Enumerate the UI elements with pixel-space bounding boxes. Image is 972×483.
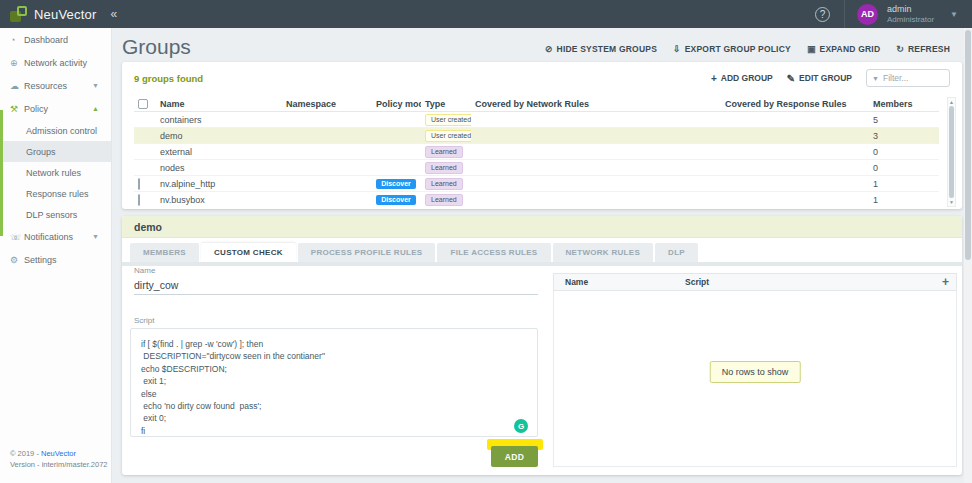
- export-group-policy-button[interactable]: ⇩EXPORT GROUP POLICY: [673, 44, 791, 54]
- table-row[interactable]: externalLearned0: [134, 144, 939, 160]
- main-content: Groups ⊘HIDE SYSTEM GROUPS⇩EXPORT GROUP …: [112, 28, 964, 483]
- scrollbar-thumb[interactable]: [949, 106, 954, 198]
- sidebar-item-notifications[interactable]: ☏Notifications▼: [0, 225, 111, 248]
- wrench-icon: ⚙: [10, 255, 24, 265]
- sidebar-item-label: Policy: [24, 104, 48, 114]
- sidebar-item-label: Notifications: [24, 232, 73, 242]
- tab-file-access-rules[interactable]: FILE ACCESS RULES: [437, 243, 550, 262]
- refresh-icon: ↻: [896, 44, 904, 54]
- groups-table: NameNamespacePolicy modeTypeCovered by N…: [134, 97, 939, 207]
- copyright-line: © 2019 - NeuVector: [10, 449, 108, 460]
- script-textarea[interactable]: [130, 328, 538, 437]
- tab-process-profile-rules[interactable]: PROCESS PROFILE RULES: [298, 243, 436, 262]
- cell-members: 1: [869, 179, 939, 189]
- expand-grid-button[interactable]: ▣EXPAND GRID: [807, 44, 880, 54]
- sidebar-item-settings[interactable]: ⚙Settings: [0, 248, 111, 271]
- sidebar-item-dashboard[interactable]: ◔Dashboard: [0, 28, 111, 51]
- filter-box: ▼: [866, 69, 950, 87]
- plus-icon: +: [711, 73, 717, 84]
- cell-type: User created: [421, 114, 471, 126]
- cell-members: 5: [869, 115, 939, 125]
- cell-name: nv.alpine_http: [156, 179, 282, 189]
- scroll-up-icon[interactable]: ▲: [948, 99, 955, 105]
- add-group-button[interactable]: + ADD GROUP: [711, 73, 773, 84]
- sidebar-collapse-icon[interactable]: «: [111, 7, 118, 21]
- scroll-down-icon[interactable]: ▼: [948, 199, 955, 205]
- filter-icon: ▼: [872, 75, 879, 82]
- sidebar-item-dlp-sensors[interactable]: DLP sensors: [0, 204, 111, 225]
- expand-grid-label: EXPAND GRID: [820, 44, 881, 54]
- sidebar-item-groups[interactable]: Groups: [0, 141, 111, 162]
- refresh-button[interactable]: ↻REFRESH: [896, 44, 950, 54]
- tab-members[interactable]: MEMBERS: [130, 243, 199, 262]
- cell-type: Learned: [421, 162, 471, 174]
- edit-group-button[interactable]: ✎ EDIT GROUP: [787, 73, 852, 84]
- table-row[interactable]: nodesLearned0: [134, 160, 939, 176]
- tab-dlp[interactable]: DLP: [655, 243, 698, 262]
- cell-type: Learned: [421, 146, 471, 158]
- export-group-policy-label: EXPORT GROUP POLICY: [685, 44, 791, 54]
- page-scrollbar-thumb[interactable]: [965, 30, 971, 260]
- filter-input[interactable]: [883, 73, 943, 83]
- detail-tabs: MEMBERSCUSTOM CHECKPROCESS PROFILE RULES…: [130, 243, 698, 262]
- cell-type: Learned: [421, 194, 471, 206]
- row-checkbox[interactable]: [138, 194, 140, 206]
- name-label: Name: [134, 266, 155, 275]
- table-row[interactable]: nv.alpine_httpDiscoverLearned1: [134, 176, 939, 192]
- sidebar: ◔Dashboard⊕Network activity☁Resources▼⚒P…: [0, 28, 112, 483]
- cell-type: Learned: [421, 178, 471, 190]
- cell-policy-mode: Discover: [372, 194, 421, 205]
- policy-mode-badge: Discover: [376, 179, 416, 189]
- add-check-button[interactable]: ADD: [491, 446, 538, 467]
- column-header: Namespace: [282, 99, 372, 109]
- eye-off-icon: ⊘: [545, 44, 553, 54]
- check-name-input[interactable]: [134, 279, 538, 295]
- sidebar-item-admission-control[interactable]: Admission control: [0, 120, 111, 141]
- groups-count: 9 groups found: [134, 73, 203, 84]
- type-badge: Learned: [425, 146, 463, 158]
- sidebar-item-label: Settings: [24, 255, 57, 265]
- scripts-col-script: Script: [685, 277, 709, 287]
- page-scrollbar[interactable]: [964, 28, 972, 483]
- script-label: Script: [134, 316, 154, 325]
- cell-members: 0: [869, 163, 939, 173]
- neuvector-link[interactable]: NeuVector: [41, 449, 76, 458]
- sidebar-item-response-rules[interactable]: Response rules: [0, 183, 111, 204]
- select-all-checkbox[interactable]: [138, 99, 148, 109]
- row-checkbox[interactable]: [138, 178, 140, 190]
- column-header: Name: [156, 99, 282, 109]
- avatar[interactable]: AD: [857, 4, 878, 25]
- table-row[interactable]: demoUser created3: [134, 128, 939, 144]
- cloud-icon: ☁: [10, 81, 24, 91]
- user-menu-caret-icon[interactable]: ▼: [950, 10, 958, 19]
- column-header: Covered by Network Rules: [471, 99, 721, 109]
- table-row[interactable]: nv.busyboxDiscoverLearned1: [134, 192, 939, 207]
- sidebar-item-policy[interactable]: ⚒Policy▲: [0, 97, 111, 120]
- brand-title: NeuVector: [34, 7, 97, 22]
- column-header: Policy mode: [372, 99, 421, 109]
- page-title: Groups: [122, 35, 191, 59]
- grid-toolbar: + ADD GROUP ✎ EDIT GROUP ▼: [711, 69, 950, 87]
- help-icon[interactable]: ?: [815, 7, 830, 22]
- sidebar-item-label: Dashboard: [24, 35, 68, 45]
- grid-scrollbar[interactable]: ▲ ▼: [947, 97, 956, 207]
- grammarly-icon[interactable]: G: [514, 419, 528, 433]
- chevron-icon: ▲: [92, 105, 99, 112]
- cell-policy-mode: Discover: [372, 178, 421, 189]
- sidebar-item-network-rules[interactable]: Network rules: [0, 162, 111, 183]
- topbar-divider: [844, 0, 845, 28]
- hide-system-groups-button[interactable]: ⊘HIDE SYSTEM GROUPS: [545, 44, 657, 54]
- chevron-icon: ▼: [92, 82, 99, 89]
- type-badge: Learned: [425, 178, 463, 190]
- sidebar-item-label: Network activity: [24, 58, 87, 68]
- add-row-icon[interactable]: +: [942, 275, 949, 289]
- sidebar-item-resources[interactable]: ☁Resources▼: [0, 74, 111, 97]
- sidebar-item-network-activity[interactable]: ⊕Network activity: [0, 51, 111, 74]
- tab-custom-check[interactable]: CUSTOM CHECK: [201, 243, 296, 262]
- top-bar: NeuVector « ? AD admin Administrator ▼: [0, 0, 972, 28]
- group-detail-card: demo MEMBERSCUSTOM CHECKPROCESS PROFILE …: [122, 216, 962, 475]
- table-row[interactable]: containersUser created5: [134, 112, 939, 128]
- window-icon: ▣: [807, 44, 816, 54]
- globe-icon: ⊕: [10, 58, 24, 68]
- tab-network-rules[interactable]: NETWORK RULES: [553, 243, 654, 262]
